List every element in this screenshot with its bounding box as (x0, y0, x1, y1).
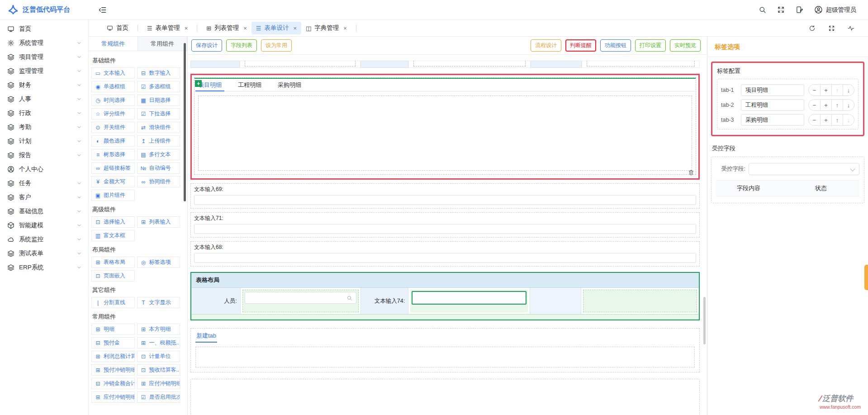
component-item[interactable]: ≡树形选择 (91, 149, 135, 160)
sidebar-item-home[interactable]: 首页 (0, 22, 88, 36)
move-down-button[interactable]: ↓ (843, 85, 854, 95)
close-icon[interactable]: × (243, 25, 247, 32)
component-item[interactable]: ⊞列表输入 (137, 216, 180, 228)
component-item[interactable]: ◉单选框组 (91, 81, 135, 92)
text-input[interactable] (194, 253, 696, 263)
close-icon[interactable]: × (185, 25, 188, 32)
component-item[interactable]: ⊡计量单位 (137, 351, 180, 362)
page-tab-list-mgmt[interactable]: ⊞列表管理× (202, 22, 251, 34)
component-item[interactable]: ⊞利润总额计算 (91, 351, 135, 362)
refresh-icon[interactable] (809, 25, 816, 32)
sidebar-item-base-info[interactable]: 基础信息 (0, 204, 88, 218)
sidebar-item-monitor[interactable]: 系统监控 (0, 232, 88, 246)
tab-name-input[interactable] (741, 99, 804, 111)
canvas-scrollbar[interactable] (703, 297, 706, 344)
page-tab-home[interactable]: 首页 (102, 22, 133, 34)
component-item[interactable]: ▦日期选择 (137, 95, 180, 106)
new-tab-dropzone[interactable] (195, 347, 695, 367)
component-item[interactable]: ⊞预付冲销明细 (91, 364, 135, 376)
component-item[interactable]: ◐颜色选择 (91, 135, 135, 147)
component-item[interactable]: ⊞一、税额抵... (137, 337, 180, 348)
flow-design-button[interactable]: 流程设计 (531, 39, 561, 52)
activity-icon[interactable] (848, 25, 854, 32)
palette-tab-common[interactable]: 常用组件 (138, 37, 187, 51)
component-item[interactable]: |分割直线 (91, 297, 135, 308)
component-item[interactable]: ¥金额大写 (91, 176, 135, 187)
empty-dropzone[interactable] (190, 379, 700, 415)
sidebar-item-report[interactable]: 报告 (0, 148, 88, 162)
plus-button[interactable]: + (820, 100, 831, 110)
component-item[interactable]: ⊞本方明细 (137, 324, 180, 335)
new-tab-component[interactable]: 新建tab (190, 328, 700, 372)
tab-name-input[interactable] (741, 84, 804, 96)
text-input[interactable] (194, 224, 696, 234)
component-item[interactable]: ⊞应付冲销明细 (91, 391, 135, 403)
close-icon[interactable]: × (293, 25, 297, 32)
new-tab-label[interactable]: 新建tab (195, 332, 217, 343)
component-item[interactable]: ⊙开关组件 (91, 122, 135, 133)
live-preview-button[interactable]: 实时预览 (670, 39, 701, 52)
text-input[interactable] (194, 195, 696, 205)
component-item[interactable]: ▭文本输入 (91, 67, 135, 79)
sidebar-item-test-form[interactable]: 测试表单 (0, 246, 88, 260)
component-item[interactable]: ⊞应付冲销明细 (137, 378, 180, 389)
text-input-field-68[interactable]: 文本输入68: (190, 241, 700, 267)
field-list-button[interactable]: 字段列表 (226, 39, 257, 52)
text-input-field-71[interactable]: 文本输入71: (190, 212, 700, 238)
func-button-button[interactable]: 功能按钮 (600, 39, 631, 52)
floating-edge-handle[interactable] (864, 265, 868, 290)
sidebar-item-task[interactable]: 任务 (0, 176, 88, 190)
component-item[interactable]: ⊡选择输入 (91, 216, 135, 228)
trash-icon[interactable] (688, 169, 694, 176)
component-item[interactable]: ☑多选框组 (137, 81, 180, 92)
dropzone-cell[interactable] (583, 290, 697, 312)
search-icon[interactable] (759, 6, 766, 14)
table-layout-component[interactable]: 表格布局 人员: 文本输入74: (190, 272, 700, 320)
component-item[interactable]: ⇄滑块组件 (137, 122, 180, 133)
move-down-button[interactable]: ↓ (843, 114, 854, 125)
text-input-field-69[interactable]: 文本输入69: (190, 183, 700, 209)
fullscreen-icon[interactable] (828, 25, 835, 32)
sidebar-item-hr[interactable]: 人事 (0, 92, 88, 106)
plus-button[interactable]: + (820, 114, 831, 125)
sidebar-item-modeling[interactable]: 智能建模 (0, 218, 88, 232)
plus-button[interactable]: + (820, 85, 831, 95)
move-down-button[interactable]: ↓ (843, 100, 854, 110)
component-item[interactable]: ☑下拉选择 (137, 108, 180, 119)
fullscreen-icon[interactable] (777, 6, 785, 14)
component-item[interactable]: №自动编号 (137, 162, 180, 174)
sidebar-item-finance[interactable]: 财务 (0, 78, 88, 92)
component-item[interactable]: ☑是否启用批次 (137, 391, 180, 403)
component-item[interactable]: ☆评分组件 (91, 108, 135, 119)
set-common-button[interactable]: 设为常用 (261, 39, 292, 52)
controlled-field-select[interactable] (749, 163, 859, 175)
component-item[interactable]: ⊟预付金 (91, 337, 135, 348)
print-setting-button[interactable]: 打印设置 (635, 39, 666, 52)
user-menu[interactable]: 超级管理员 (814, 5, 857, 14)
close-icon[interactable]: × (343, 25, 347, 32)
page-tab-form-mgmt[interactable]: ☰表单管理× (142, 22, 192, 34)
component-item[interactable]: ⊡页面嵌入 (91, 270, 135, 281)
sidebar-item-attendance[interactable]: 考勤 (0, 120, 88, 134)
sidebar-item-admin[interactable]: 行政 (0, 106, 88, 120)
sidebar-collapse-icon[interactable] (99, 6, 107, 14)
component-item[interactable]: ⊞明细 (91, 324, 135, 335)
sidebar-item-supervision[interactable]: 监理管理 (0, 64, 88, 78)
move-up-button[interactable]: ↑ (831, 85, 843, 95)
component-item[interactable]: ⊟数字输入 (137, 67, 180, 79)
move-up-button[interactable]: ↑ (831, 114, 843, 125)
palette-scrollbar[interactable] (184, 43, 186, 201)
page-tab-dict-mgmt[interactable]: ◫字典管理× (301, 22, 351, 34)
palette-tab-regular[interactable]: 常规组件 (89, 37, 138, 51)
canvas-tab-purchase-detail[interactable]: 采购明细 (277, 79, 302, 91)
minus-button[interactable]: − (809, 114, 820, 125)
canvas-tab-engineering-detail[interactable]: 工程明细 (237, 79, 262, 91)
component-item[interactable]: ▥富文本框 (91, 230, 135, 241)
component-item[interactable]: ◎标签选项 (137, 257, 180, 268)
drag-handle-icon[interactable]: + (195, 80, 202, 87)
component-item[interactable]: ∞超链接标签 (91, 162, 135, 174)
sidebar-item-plan[interactable]: 计划 (0, 134, 88, 148)
component-item[interactable]: ▣图片组件 (91, 190, 135, 201)
component-item[interactable]: ▤多行文本 (137, 149, 180, 160)
page-tab-form-design[interactable]: ☰表单设计× (251, 22, 301, 34)
